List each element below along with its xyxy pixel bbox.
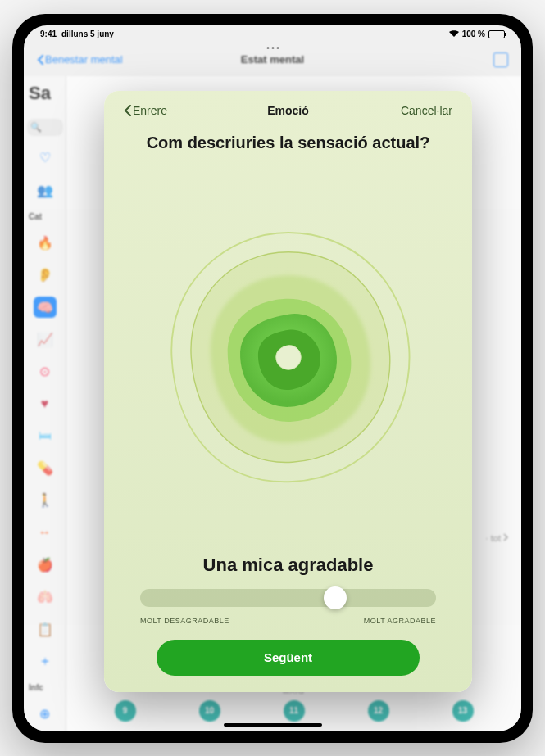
screen: 9:41 dilluns 5 juny 100 % Benestar menta…: [24, 25, 521, 731]
activity-icon[interactable]: 🔥: [34, 233, 57, 253]
favorites-icon[interactable]: ♡: [34, 147, 57, 168]
mood-graphic: [124, 169, 452, 546]
modal-header: Enrere Emoció Cancel·lar: [124, 104, 452, 117]
day-dots: 9 10 11 12 13: [83, 700, 505, 722]
search-icon: 🔍: [30, 122, 42, 133]
mood-blob-icon: [133, 201, 444, 513]
battery-icon: [488, 30, 505, 38]
slider-labels: MOLT DESAGRADABLE MOLT AGRADABLE: [124, 617, 452, 625]
next-button-label: Següent: [264, 650, 312, 664]
mental-wellbeing-icon[interactable]: 🧠: [34, 297, 57, 317]
slider-max-label: MOLT AGRADABLE: [364, 617, 436, 625]
records-icon[interactable]: 📋: [34, 619, 57, 640]
status-bar: 9:41 dilluns 5 juny 100 %: [24, 25, 521, 43]
show-all-link[interactable]: · tot: [486, 533, 508, 543]
cancel-button[interactable]: Cancel·lar: [401, 104, 452, 117]
app-title: Sa: [29, 83, 51, 104]
day-dot[interactable]: 13: [452, 700, 474, 722]
calendar-icon[interactable]: [493, 52, 508, 67]
sleep-icon[interactable]: 🛏: [34, 426, 57, 446]
mood-slider[interactable]: [124, 589, 452, 607]
cycle-icon[interactable]: ⊙: [34, 361, 57, 382]
emotion-modal: Enrere Emoció Cancel·lar Com descriuries…: [104, 91, 472, 692]
ipad-device-frame: 9:41 dilluns 5 juny 100 % Benestar menta…: [12, 14, 533, 743]
day-dot[interactable]: 12: [368, 700, 389, 722]
add-info-icon[interactable]: ⊕: [34, 704, 57, 724]
bg-nav-header: Benestar mental Estat mental: [24, 43, 521, 76]
bg-title: Estat mental: [241, 53, 304, 66]
back-label: Enrere: [133, 104, 167, 117]
category-label: Cat: [29, 212, 42, 221]
next-button[interactable]: Següent: [157, 640, 420, 676]
info-label: Infc: [29, 683, 43, 692]
slider-min-label: MOLT DESAGRADABLE: [140, 617, 229, 625]
status-date: dilluns 5 juny: [61, 29, 114, 38]
bg-back-label: Benestar mental: [45, 53, 123, 66]
add-icon[interactable]: ＋: [34, 651, 57, 672]
day-dot[interactable]: 9: [115, 700, 136, 722]
wifi-icon: [449, 29, 459, 38]
sidebar: Sa 🔍 ♡ 👥 Cat 🔥 👂 🧠 📈 ⊙ ♥ 🛏 💊 🚶: [24, 76, 66, 731]
body-icon[interactable]: 🍎: [34, 555, 57, 575]
status-time: 9:41: [40, 29, 57, 38]
sharing-icon[interactable]: 👥: [34, 180, 57, 201]
back-button[interactable]: Enrere: [124, 104, 167, 117]
day-dot[interactable]: 10: [199, 700, 220, 722]
slider-thumb[interactable]: [324, 586, 347, 609]
vitals-icon[interactable]: 📈: [34, 329, 57, 350]
day-dot[interactable]: 11: [284, 700, 305, 722]
nutrition-icon[interactable]: ↔: [34, 523, 57, 543]
medications-icon[interactable]: 💊: [34, 458, 57, 478]
question-heading: Com descriuries la sensació actual?: [124, 134, 452, 152]
heart-icon[interactable]: ♥: [34, 393, 57, 414]
hearing-icon[interactable]: 👂: [34, 265, 57, 285]
battery-percent: 100 %: [462, 29, 485, 38]
modal-title: Emoció: [267, 104, 309, 117]
bg-back-button[interactable]: Benestar mental: [37, 53, 123, 66]
month-footer: MAIG 9 10 11 12 13: [66, 687, 521, 722]
slider-track[interactable]: [140, 589, 436, 607]
mood-value-label: Una mica agradable: [124, 555, 452, 576]
respiratory-icon[interactable]: 🫁: [34, 586, 57, 607]
search-input[interactable]: 🔍: [27, 119, 63, 137]
mobility-icon[interactable]: 🚶: [34, 490, 57, 510]
home-indicator[interactable]: [224, 723, 322, 727]
